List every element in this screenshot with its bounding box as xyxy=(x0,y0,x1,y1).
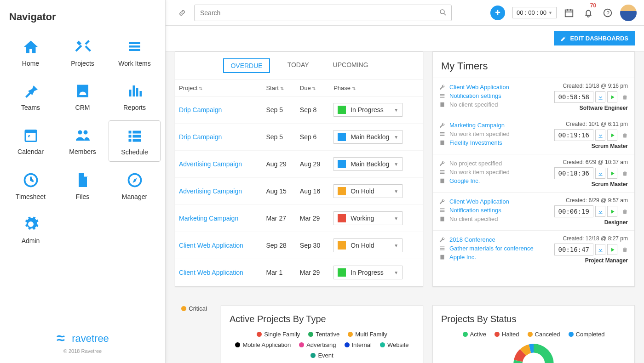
building-icon xyxy=(439,102,446,108)
list-icon xyxy=(126,38,144,56)
play-icon[interactable] xyxy=(607,168,617,179)
col-start[interactable]: Start xyxy=(262,80,296,96)
list-icon xyxy=(439,207,446,213)
trash-icon[interactable] xyxy=(622,170,628,176)
building-icon xyxy=(439,140,446,146)
legend-item: Single Family xyxy=(257,331,300,338)
timer-project[interactable]: Client Web Application xyxy=(439,83,545,91)
edit-dashboards-button[interactable]: EDIT DASHBOARDS xyxy=(554,31,635,45)
timer-client[interactable]: Apple Inc. xyxy=(439,253,545,261)
nav-item-reports[interactable]: Reports xyxy=(109,76,161,117)
nav-item-members[interactable]: Members xyxy=(57,120,109,162)
download-icon[interactable] xyxy=(595,130,605,141)
timer-client[interactable]: Fidelity Investments xyxy=(439,138,545,147)
nav-item-schedule[interactable]: Schedule xyxy=(109,120,161,162)
download-icon[interactable] xyxy=(595,168,605,179)
help-icon[interactable] xyxy=(603,8,613,18)
list-icon xyxy=(439,131,446,137)
building-icon xyxy=(439,216,446,222)
phase-select[interactable]: Working▼ xyxy=(334,211,402,225)
col-project[interactable]: Project xyxy=(175,80,262,96)
search-icon[interactable] xyxy=(439,8,447,17)
add-button[interactable]: + xyxy=(490,6,505,20)
nav-item-home[interactable]: Home xyxy=(5,32,57,73)
play-icon[interactable] xyxy=(607,244,617,255)
phase-select[interactable]: In Progress▼ xyxy=(334,266,402,279)
nav-item-admin[interactable]: Admin xyxy=(5,210,57,250)
active-projects-panel: Active Projects By Type Single FamilyTen… xyxy=(221,305,423,363)
global-timer[interactable]: 00 : 00 : 00▼ xyxy=(512,7,557,18)
nav-item-projects[interactable]: Projects xyxy=(57,32,109,73)
timer-row: Marketing Campaign No work item specifie… xyxy=(433,116,634,154)
project-link[interactable]: Advertising Campaign xyxy=(175,178,262,205)
project-link[interactable]: Client Web Application xyxy=(175,232,262,259)
timer-client[interactable]: Google Inc. xyxy=(439,176,545,185)
timer-project[interactable]: Marketing Campaign xyxy=(439,121,545,130)
project-link[interactable]: Marketing Campaign xyxy=(175,205,262,232)
legend-item: Tentative xyxy=(308,331,339,338)
legend-item: Advertising xyxy=(299,341,336,348)
phase-select[interactable]: On Hold▼ xyxy=(334,184,402,198)
timer-row: No project specified No work item specif… xyxy=(433,154,634,192)
timer-workitem[interactable]: Gather materials for conference xyxy=(439,244,545,253)
timer-created: Created: 6/29 @ 10:37 am xyxy=(550,159,628,165)
tab-upcoming[interactable]: UPCOMING xyxy=(327,58,375,73)
calendar-icon xyxy=(22,126,40,144)
download-icon[interactable] xyxy=(595,91,605,102)
copyright: © 2018 Ravetree xyxy=(9,348,156,354)
download-icon[interactable] xyxy=(595,244,605,255)
nav-item-timesheet[interactable]: Timesheet xyxy=(5,165,57,206)
calendar-icon[interactable] xyxy=(564,8,574,18)
timer-workitem[interactable]: Notification settings xyxy=(439,206,545,215)
nav-item-teams[interactable]: Teams xyxy=(5,76,57,117)
timer-project[interactable]: Client Web Application xyxy=(439,197,545,206)
project-link[interactable]: Drip Campaign xyxy=(175,124,262,151)
link-icon[interactable] xyxy=(178,8,187,17)
col-due[interactable]: Due xyxy=(296,80,330,96)
critical-legend: Critical xyxy=(181,305,212,312)
tab-today[interactable]: TODAY xyxy=(281,58,316,73)
legend-item: Multi Family xyxy=(348,331,387,338)
phase-select[interactable]: Main Backlog▼ xyxy=(334,157,402,171)
nav-item-crm[interactable]: CRM xyxy=(57,76,109,117)
phase-select[interactable]: In Progress▼ xyxy=(334,103,402,117)
notifications-badge: 70 xyxy=(590,2,596,9)
trash-icon[interactable] xyxy=(622,247,628,253)
download-icon[interactable] xyxy=(595,206,605,217)
nav-item-manager[interactable]: Manager xyxy=(109,165,161,206)
timer-project[interactable]: 2018 Conference xyxy=(439,235,545,244)
phase-select[interactable]: Main Backlog▼ xyxy=(334,130,402,144)
nav-item-calendar[interactable]: Calendar xyxy=(5,120,57,162)
trash-icon[interactable] xyxy=(622,209,628,215)
wrench-icon xyxy=(439,160,446,166)
building-icon xyxy=(439,254,446,260)
timer-workitem[interactable]: Notification settings xyxy=(439,91,545,100)
trash-icon[interactable] xyxy=(622,132,628,138)
project-link[interactable]: Client Web Application xyxy=(175,259,262,286)
projects-status-panel: Projects By Status ActiveHaltedCanceledC… xyxy=(432,305,635,363)
user-avatar[interactable] xyxy=(620,5,637,21)
active-projects-title: Active Projects By Type xyxy=(230,314,414,324)
notifications-icon[interactable]: 70 xyxy=(583,8,593,18)
projects-status-chart xyxy=(513,343,554,363)
nav-item-files[interactable]: Files xyxy=(57,165,109,206)
trash-icon[interactable] xyxy=(622,94,628,100)
tools-icon xyxy=(74,38,92,56)
project-link[interactable]: Advertising Campaign xyxy=(175,151,262,178)
play-icon[interactable] xyxy=(607,130,617,141)
nav-item-work-items[interactable]: Work Items xyxy=(109,32,161,73)
project-link[interactable]: Drip Campaign xyxy=(175,96,262,124)
legend-item: Event xyxy=(310,352,333,359)
navigator-sidebar: Navigator HomeProjectsWork ItemsTeamsCRM… xyxy=(0,0,166,363)
timer-project: No project specified xyxy=(439,159,545,168)
wrench-icon xyxy=(439,199,446,204)
col-phase[interactable]: Phase xyxy=(330,80,423,96)
timer-workitem: No work item specified xyxy=(439,130,545,138)
tab-overdue[interactable]: OVERDUE xyxy=(223,58,270,73)
play-icon[interactable] xyxy=(607,206,617,217)
wrench-icon xyxy=(439,84,446,90)
phase-select[interactable]: On Hold▼ xyxy=(334,238,402,252)
search-input[interactable] xyxy=(194,5,452,21)
play-icon[interactable] xyxy=(607,91,617,102)
timers-panel: My Timers Client Web Application Notific… xyxy=(432,51,635,287)
